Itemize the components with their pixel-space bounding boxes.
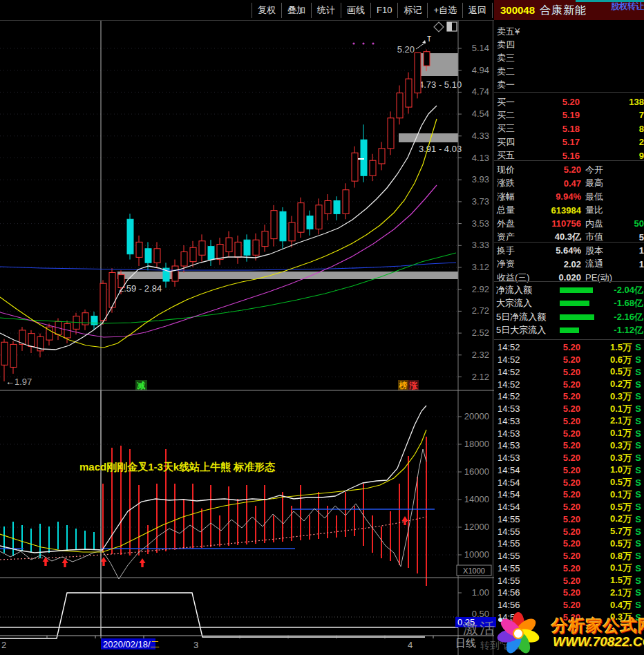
tick-time: 14:52: [494, 342, 525, 352]
tick-time: 14:52: [494, 367, 525, 377]
tick-time: 14:55: [494, 563, 525, 573]
stock-name: 合康新能: [540, 3, 587, 18]
tick-price: 5.20: [525, 416, 580, 426]
buy-volume: 138: [580, 97, 644, 107]
tick-volume: 0.5万: [580, 501, 632, 513]
month-label: 3: [193, 640, 198, 650]
tick-side: S: [632, 551, 641, 561]
flow-label: 大宗流入: [494, 297, 532, 310]
buy-signal-arrow-icon: [62, 558, 68, 567]
tick-side: S: [632, 465, 641, 475]
split-window-icon[interactable]: [447, 22, 457, 31]
svg-text:10000: 10000: [464, 549, 489, 560]
tick-row: 14:525.200.5万S: [494, 366, 644, 379]
info-label-2: 内盘: [581, 218, 617, 230]
candles: [1, 50, 430, 381]
tick-volume: 2.1万: [580, 415, 632, 427]
tick-row: 14:535.202.1万S: [494, 415, 644, 428]
svg-text:2.32: 2.32: [472, 350, 489, 360]
tick-side: S: [632, 502, 641, 512]
tick-side: S: [632, 453, 641, 463]
info-label: 现价: [494, 164, 533, 176]
tick-time: 14:53: [494, 440, 525, 450]
buy-level-label: 买一: [494, 96, 527, 108]
flow-value: -1.68亿: [614, 297, 643, 310]
limit-up-badge: 涨: [409, 381, 419, 390]
tick-volume: 0.3万: [580, 390, 632, 403]
gap-zone-label: 2.59 - 2.84: [119, 283, 162, 294]
low-price-annotation: ←1.97: [6, 377, 32, 387]
tick-volume: 0.5万: [580, 538, 632, 550]
tick-row: 14:525.201.5万S: [494, 341, 644, 354]
sub-indicator-line: [0, 593, 425, 638]
svg-text:20000: 20000: [464, 411, 489, 421]
panel-separator: [494, 281, 644, 282]
info-value: 613984: [533, 205, 581, 216]
tick-side: S: [632, 526, 641, 537]
buy-price: 5.20: [527, 97, 580, 107]
tick-row: 14:555.200.8万S: [494, 550, 644, 562]
svg-text:4.13: 4.13: [472, 153, 489, 163]
sell-level-label: 卖二: [494, 66, 527, 78]
tick-row: 14:525.200.6万S: [494, 354, 644, 366]
tick-row: 14:525.200.3万S: [494, 390, 644, 403]
tick-side: S: [632, 416, 641, 426]
month-label: 2: [1, 640, 6, 650]
info-value: 2.02: [533, 259, 581, 269]
buy-price: 5.18: [527, 124, 580, 134]
info-row: 外盘110756内盘50: [494, 217, 644, 230]
axis-unit-label: X1000: [463, 567, 485, 575]
ma-line-blue: [0, 263, 456, 270]
svg-text:12000: 12000: [464, 522, 489, 532]
flow-bar: [560, 328, 579, 333]
svg-text:1.00: 1.00: [472, 587, 489, 598]
buy-level-label: 买二: [494, 109, 527, 122]
info-row: 涨跌0.47最高: [494, 177, 644, 190]
tick-row: 14:545.200.5万S: [494, 476, 644, 488]
tick-side: S: [632, 538, 641, 549]
tick-time: 14:55: [494, 576, 525, 586]
tick-time: 14:54: [494, 502, 525, 512]
tick-row: 14:535.200.1万S: [494, 427, 644, 439]
flow-bar: [560, 314, 594, 320]
tick-volume: 1.0万: [580, 464, 632, 476]
price-axis: 5.144.944.744.544.334.133.933.733.533.33…: [458, 21, 493, 655]
gap-zone-label: 4.73 - 5.10: [419, 79, 462, 90]
svg-text:16000: 16000: [464, 466, 489, 477]
buy-level-label: 买三: [494, 122, 527, 135]
tick-price: 5.20: [525, 563, 580, 573]
tick-time: 14:55: [494, 514, 525, 524]
info-label-2: 最低: [581, 191, 617, 203]
reduce-badge: 减: [137, 381, 146, 390]
svg-text:3.33: 3.33: [472, 240, 489, 250]
selected-date-label: 2020/02/18/二: [103, 639, 160, 649]
chart-area: 4.73 - 5.103.91 - 4.032.59 - 2.845.20T←1…: [0, 0, 494, 655]
info-row: 换手5.64%股本1: [494, 244, 644, 257]
tick-row: 14:565.202.1万S: [494, 587, 644, 599]
tick-volume: 0.3万: [580, 452, 632, 464]
tick-row: 14:545.201.0万S: [494, 464, 644, 477]
watermark: 分析家公式网 WWW.70822.COM: [492, 611, 644, 655]
tick-time: 14:54: [494, 465, 525, 475]
tick-side: S: [632, 576, 641, 586]
money-flow-row: 5日大宗流入-1.12亿: [494, 324, 644, 337]
svg-text:2.72: 2.72: [472, 305, 489, 316]
indicator-white-line: [0, 406, 426, 553]
svg-text:4.74: 4.74: [472, 86, 489, 97]
flow-label: 5日净流入额: [494, 311, 546, 323]
tick-side: S: [632, 367, 641, 377]
info-label: 外盘: [494, 218, 533, 230]
sell-level-label: 卖三: [494, 52, 527, 64]
tick-volume: 0.1万: [580, 427, 632, 439]
tick-side: S: [632, 489, 641, 500]
tick-side: S: [632, 428, 641, 439]
period-daily-label[interactable]: 日线: [455, 637, 476, 650]
diamond-icon[interactable]: [434, 22, 444, 32]
buy-volume: 8: [580, 124, 644, 134]
buy-price: 5.17: [527, 137, 580, 147]
tick-row: 14:545.200.5万S: [494, 501, 644, 513]
buy-queue-row: 买三5.188: [494, 122, 644, 135]
info-value-2: 5: [617, 232, 644, 243]
tick-time: 14:52: [494, 379, 525, 390]
tick-time: 14:53: [494, 453, 525, 463]
